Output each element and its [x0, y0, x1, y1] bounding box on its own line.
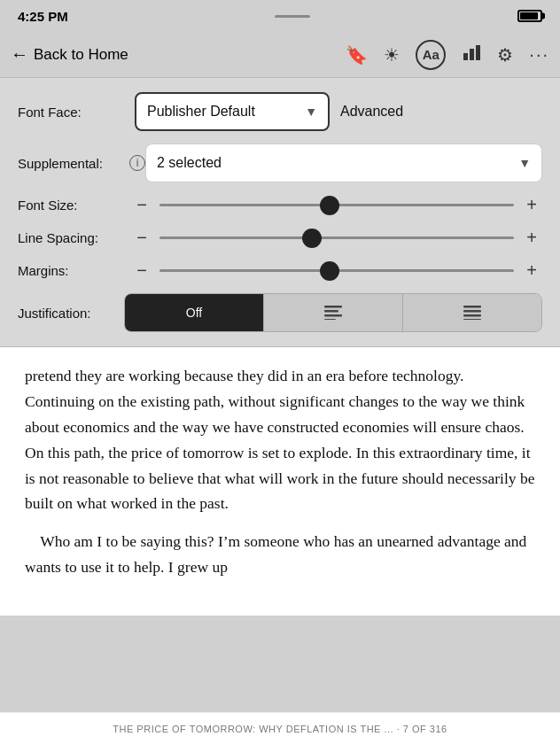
supplemental-label-group: Supplemental: i: [18, 155, 145, 171]
svg-rect-5: [324, 314, 342, 317]
line-spacing-slider[interactable]: [159, 236, 514, 239]
battery-icon: [517, 10, 542, 22]
advanced-label[interactable]: Advanced: [340, 104, 403, 120]
font-face-row: Font Face: Publisher Default ▼ Advanced: [18, 92, 542, 131]
svg-rect-10: [463, 319, 481, 320]
supplemental-dropdown[interactable]: 2 selected ▼: [145, 143, 542, 182]
font-face-dropdown[interactable]: Publisher Default ▼: [135, 92, 330, 131]
status-time: 4:25 PM: [18, 9, 68, 24]
font-dropdown-arrow-icon: ▼: [305, 105, 317, 119]
line-spacing-increase-button[interactable]: +: [521, 228, 542, 248]
svg-rect-2: [476, 45, 480, 60]
status-right-icons: [517, 10, 542, 22]
settings-panel: Font Face: Publisher Default ▼ Advanced …: [0, 78, 560, 347]
bookmark-icon[interactable]: 🔖: [346, 44, 368, 66]
justification-full-button[interactable]: [403, 294, 541, 331]
nav-right-actions: 🔖 ☀ Aa ⚙ ···: [346, 40, 549, 70]
svg-rect-8: [463, 310, 481, 313]
justification-row: Justification: Off: [18, 293, 542, 332]
reading-text: pretend they are working because they di…: [25, 363, 535, 580]
reading-paragraph-1: pretend they are working because they di…: [25, 363, 535, 516]
justification-label: Justification:: [18, 306, 124, 321]
chart-icon[interactable]: [462, 43, 481, 66]
margins-row: Margins: − +: [18, 260, 542, 281]
svg-rect-0: [463, 53, 468, 60]
justification-buttons: Off: [124, 293, 542, 332]
font-size-slider[interactable]: [159, 204, 514, 206]
svg-rect-9: [463, 314, 481, 317]
status-bar: 4:25 PM: [0, 0, 560, 32]
reading-paragraph-2: Who am I to be saying this? I’m someone …: [25, 529, 535, 580]
svg-rect-6: [324, 319, 336, 320]
font-size-increase-button[interactable]: +: [521, 195, 542, 215]
nav-bar: ← Back to Home 🔖 ☀ Aa ⚙ ···: [0, 32, 560, 78]
battery-fill: [520, 12, 538, 19]
supplemental-row: Supplemental: i 2 selected ▼: [18, 143, 542, 182]
font-size-label: Font Size:: [18, 198, 124, 213]
back-label: Back to Home: [34, 46, 128, 64]
svg-rect-7: [463, 306, 481, 308]
line-spacing-row: Line Spacing: − +: [18, 228, 542, 248]
info-icon[interactable]: i: [129, 155, 145, 171]
line-spacing-label: Line Spacing:: [18, 230, 124, 245]
margins-label: Margins:: [18, 263, 124, 278]
svg-rect-4: [324, 310, 338, 313]
book-footer-text: THE PRICE OF TOMORROW: WHY DEFLATION IS …: [113, 724, 447, 734]
font-size-decrease-button[interactable]: −: [131, 195, 152, 215]
reading-area: pretend they are working because they di…: [0, 347, 560, 616]
margins-decrease-button[interactable]: −: [131, 260, 152, 281]
book-footer: THE PRICE OF TOMORROW: WHY DEFLATION IS …: [0, 712, 560, 744]
svg-rect-1: [470, 49, 474, 60]
back-button[interactable]: ← Back to Home: [11, 44, 128, 65]
back-arrow-icon: ←: [11, 44, 28, 65]
line-spacing-thumb[interactable]: [302, 229, 322, 248]
font-face-label: Font Face:: [18, 105, 124, 120]
gear-icon[interactable]: ⚙: [497, 44, 513, 66]
supplemental-dropdown-arrow-icon: ▼: [518, 156, 531, 170]
supplemental-label: Supplemental:: [18, 156, 124, 171]
font-size-row: Font Size: − +: [18, 195, 542, 215]
font-face-value: Publisher Default: [147, 104, 255, 120]
margins-thumb[interactable]: [320, 261, 339, 281]
supplemental-value: 2 selected: [157, 155, 222, 171]
justification-left-button[interactable]: [264, 294, 403, 331]
margins-slider[interactable]: [159, 269, 514, 272]
margins-increase-button[interactable]: +: [521, 260, 542, 281]
justification-off-button[interactable]: Off: [125, 294, 264, 331]
font-settings-icon[interactable]: Aa: [416, 40, 446, 70]
more-options-icon[interactable]: ···: [529, 44, 549, 65]
line-spacing-decrease-button[interactable]: −: [131, 228, 152, 248]
font-size-thumb[interactable]: [320, 196, 339, 215]
status-center-indicator: [275, 15, 310, 18]
svg-rect-3: [324, 306, 342, 308]
brightness-icon[interactable]: ☀: [384, 44, 400, 66]
